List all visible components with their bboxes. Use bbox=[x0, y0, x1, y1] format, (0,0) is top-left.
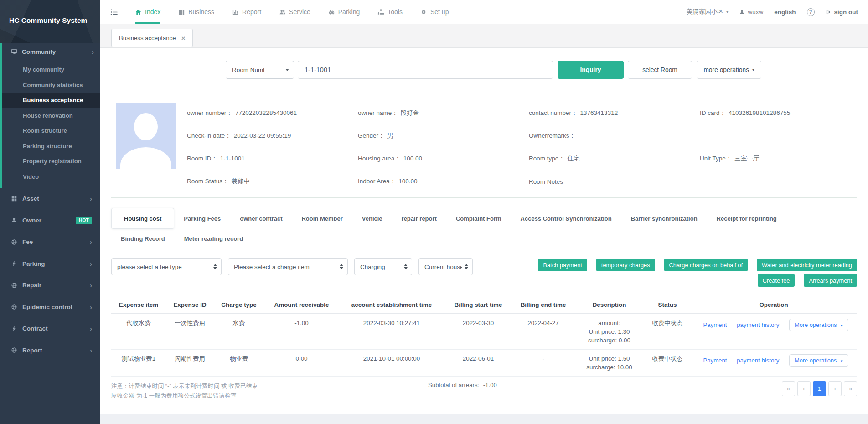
detail-tab-vehicle[interactable]: Vehicle bbox=[352, 208, 392, 229]
sidebar-section-fee[interactable]: Fee› bbox=[0, 231, 100, 253]
topnav-item-business[interactable]: Business bbox=[178, 0, 214, 24]
col-expense-id: Expense ID bbox=[166, 297, 214, 314]
owner-field-row: owner number：772022032285430061owner nam… bbox=[187, 109, 857, 118]
page-1-button[interactable]: 1 bbox=[813, 381, 826, 396]
sidebar-section-contract[interactable]: Contract› bbox=[0, 318, 100, 340]
car-icon bbox=[328, 9, 335, 16]
topnav-item-parking[interactable]: Parking bbox=[328, 0, 360, 24]
owner-field-contact-number: contact number：13763413312 bbox=[529, 109, 700, 117]
tab-business-acceptance[interactable]: Business acceptance × bbox=[111, 29, 193, 47]
help-button[interactable]: ? bbox=[807, 8, 815, 16]
sidebar-item-parking-structure[interactable]: Parking structure bbox=[2, 139, 100, 154]
filter-select-value: Current house bbox=[424, 264, 462, 270]
sidebar-section-asset[interactable]: Asset› bbox=[0, 188, 100, 210]
inquiry-button[interactable]: Inquiry bbox=[558, 61, 624, 79]
temporary-charges-button[interactable]: temporary charges bbox=[596, 259, 655, 271]
sidebar-section-epidemic-control[interactable]: Epidemic control› bbox=[0, 296, 100, 318]
sidebar-item-property-registration[interactable]: Property registration bbox=[2, 154, 100, 169]
topnav-item-service[interactable]: Service bbox=[279, 0, 310, 24]
room-number-input[interactable] bbox=[298, 61, 553, 79]
filter-select-value: Please select a charge item bbox=[234, 264, 337, 270]
current-user[interactable]: wuxw bbox=[739, 9, 763, 16]
detail-tab-meter-reading-record[interactable]: Meter reading record bbox=[175, 229, 253, 248]
detail-tab-parking-fees[interactable]: Parking Fees bbox=[174, 208, 230, 229]
sidebar-item-room-structure[interactable]: Room structure bbox=[2, 123, 100, 139]
detail-tab-barrier-synchronization[interactable]: Barrier synchronization bbox=[621, 208, 707, 229]
topnav-item-set-up[interactable]: Set up bbox=[420, 0, 449, 24]
detail-tab-owner-contract[interactable]: owner contract bbox=[230, 208, 292, 229]
cell-charge-type: 水费 bbox=[214, 314, 264, 350]
next-page-button[interactable]: › bbox=[828, 381, 842, 396]
detail-tab-housing-cost[interactable]: Housing cost bbox=[111, 208, 174, 229]
filter-select-4[interactable]: Current house bbox=[418, 258, 473, 275]
select-room-button[interactable]: select Room bbox=[628, 61, 692, 79]
payment-history-link[interactable]: payment history bbox=[737, 357, 779, 364]
sidebar-section-owner[interactable]: OwnerHOT bbox=[0, 210, 100, 232]
sidebar-section-parking[interactable]: Parking› bbox=[0, 253, 100, 275]
detail-tab-repair-report[interactable]: repair report bbox=[392, 208, 446, 229]
caret-down-icon: ▾ bbox=[752, 68, 754, 72]
filter-select-1[interactable]: please select a fee type bbox=[111, 258, 222, 275]
col-expense-item: Expense item bbox=[111, 297, 166, 314]
more-operations-button[interactable]: More operations ▾ bbox=[789, 319, 848, 331]
caret-down-icon: ▾ bbox=[841, 359, 843, 363]
batch-payment-button[interactable]: Batch payment bbox=[538, 259, 587, 271]
payment-history-link[interactable]: payment history bbox=[737, 321, 779, 328]
menu-toggle[interactable] bbox=[110, 8, 119, 16]
detail-tab-access-control-synchronization[interactable]: Access Control Synchronization bbox=[511, 208, 621, 229]
create-fee-button[interactable]: Create fee bbox=[758, 274, 795, 287]
signout-button[interactable]: sign out bbox=[826, 9, 858, 16]
community-selector[interactable]: 美满家园小区 ▾ bbox=[687, 8, 728, 16]
community-submenu: My communityCommunity statisticsBusiness… bbox=[2, 60, 100, 184]
language-switch[interactable]: english bbox=[774, 9, 796, 16]
prev-page-button[interactable]: ‹ bbox=[797, 381, 811, 396]
topnav-item-index[interactable]: Index bbox=[135, 0, 160, 24]
chevron-right-icon: › bbox=[90, 282, 92, 289]
sidebar-sections: Asset›OwnerHOTFee›Parking›Repair›Epidemi… bbox=[0, 188, 100, 361]
search-type-select[interactable]: Room Number bbox=[226, 61, 294, 79]
more-operations-dropdown[interactable]: more operations ▾ bbox=[697, 61, 761, 79]
close-icon[interactable]: × bbox=[181, 35, 186, 41]
sidebar-item-community-statistics[interactable]: Community statistics bbox=[2, 78, 100, 93]
topnav-item-report[interactable]: Report bbox=[232, 0, 261, 24]
detail-tab-room-member[interactable]: Room Member bbox=[292, 208, 352, 229]
first-page-button[interactable]: « bbox=[782, 381, 795, 396]
sidebar-section-label: Fee bbox=[22, 238, 33, 245]
display-icon bbox=[11, 48, 17, 55]
charge-charges-on-behalf-of-button[interactable]: Charge charges on behalf of bbox=[664, 259, 748, 271]
sidebar-item-video[interactable]: Video bbox=[2, 169, 100, 185]
detail-tab-complaint-form[interactable]: Complaint Form bbox=[446, 208, 511, 229]
topnav-item-tools[interactable]: Tools bbox=[377, 0, 403, 24]
filter-select-3[interactable]: Charging bbox=[354, 258, 412, 275]
detail-tab-binding-record[interactable]: Binding Record bbox=[111, 229, 175, 248]
arrears-payment-button[interactable]: Arrears payment bbox=[804, 274, 857, 287]
last-page-button[interactable]: » bbox=[844, 381, 857, 396]
cell-end: - bbox=[512, 350, 574, 377]
arrears-subtotal: Subtotal of arrears: -1.00 bbox=[428, 382, 497, 388]
detail-tab-receipt-for-reprinting[interactable]: Receipt for reprinting bbox=[707, 208, 786, 229]
field-label: Room Notes bbox=[529, 178, 563, 185]
payment-link[interactable]: Payment bbox=[703, 357, 727, 364]
owner-field-housing-area: Housing area：100.00 bbox=[358, 155, 529, 163]
more-operations-button[interactable]: More operations ▾ bbox=[789, 354, 848, 367]
sidebar-section-label: Parking bbox=[22, 260, 45, 267]
owner-field-room-id: Room ID：1-1-1001 bbox=[187, 155, 358, 163]
filter-select-2[interactable]: Please select a charge item bbox=[228, 258, 348, 275]
sidebar-section-repair[interactable]: Repair› bbox=[0, 274, 100, 296]
table-footer: 注意：计费结束时间 “-” 表示未到计费时间 或 收费已结束 应收金额 为-1 … bbox=[111, 381, 857, 407]
question-icon: ? bbox=[807, 8, 815, 16]
sidebar-section-report[interactable]: Report› bbox=[0, 340, 100, 362]
field-label: Check-in date： bbox=[187, 132, 231, 139]
chevron-right-icon: › bbox=[90, 195, 92, 202]
cell-operation: Payment payment history More operations … bbox=[690, 350, 857, 377]
gear-icon bbox=[420, 9, 427, 16]
bolt-icon bbox=[11, 326, 17, 332]
cell-end: 2022-04-27 bbox=[512, 314, 574, 350]
globe-icon bbox=[11, 282, 17, 289]
water-and-electricity-meter-reading-button[interactable]: Water and electricity meter reading bbox=[757, 259, 857, 271]
sidebar-item-community[interactable]: Community › bbox=[2, 43, 100, 60]
payment-link[interactable]: Payment bbox=[703, 321, 727, 328]
sidebar-item-house-renovation[interactable]: House renovation bbox=[2, 108, 100, 124]
sidebar-item-my-community[interactable]: My community bbox=[2, 62, 100, 78]
sidebar-item-business-acceptance[interactable]: Business acceptance bbox=[2, 93, 100, 108]
